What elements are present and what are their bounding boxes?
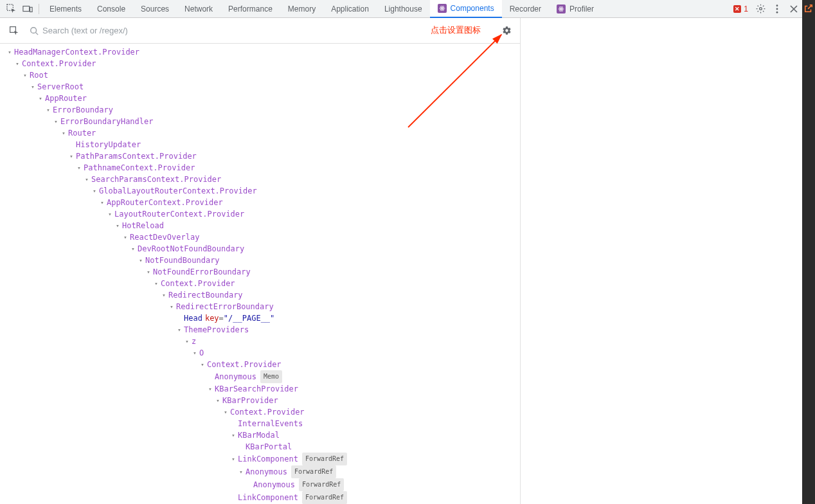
tree-node[interactable]: KBarPortal (0, 441, 520, 453)
tab-sources[interactable]: Sources (133, 0, 177, 18)
tree-node[interactable]: ▾AppRouterContext.Provider (0, 197, 520, 208)
tree-node[interactable]: HistoryUpdater (0, 139, 520, 150)
expand-arrow-icon[interactable]: ▾ (99, 197, 105, 208)
expand-arrow-icon[interactable]: ▾ (192, 347, 198, 359)
tree-node[interactable]: ▾Context.Provider (0, 406, 520, 418)
expand-arrow-icon[interactable]: ▾ (68, 150, 75, 162)
tree-node[interactable]: ▾GlobalLayoutRouterContext.Provider (0, 185, 520, 197)
tree-node[interactable]: ▾AnonymousForwardRef (0, 465, 520, 478)
component-name: Context.Provider (161, 278, 235, 289)
expand-arrow-icon[interactable]: ▾ (145, 266, 152, 278)
tree-node[interactable]: ▾PathParamsContext.Provider (0, 150, 520, 162)
tree-node[interactable]: ▾O (0, 347, 520, 359)
tree-node[interactable]: ▾ErrorBoundaryHandler (0, 116, 520, 127)
expand-arrow-icon[interactable]: ▾ (6, 46, 13, 58)
search-wrap (23, 26, 495, 35)
expand-arrow-icon[interactable]: ▾ (238, 466, 244, 478)
tab-profiler[interactable]: Profiler (549, 0, 602, 18)
search-icon (30, 26, 39, 35)
expand-arrow-icon[interactable]: ▾ (138, 255, 144, 266)
svg-rect-1 (23, 6, 30, 11)
expand-arrow-icon[interactable]: ▾ (161, 289, 167, 301)
expand-arrow-icon[interactable]: ▾ (230, 429, 237, 441)
tab-network[interactable]: Network (177, 0, 220, 18)
tree-node[interactable]: ▾KBarSearchProvider (0, 383, 520, 395)
tab-elements[interactable]: Elements (42, 0, 89, 18)
expand-arrow-icon[interactable]: ▾ (30, 81, 36, 93)
svg-point-12 (776, 4, 778, 6)
settings-gear-icon[interactable] (497, 22, 515, 40)
expand-arrow-icon[interactable]: ▾ (22, 69, 28, 81)
tree-node[interactable]: ▾z (0, 336, 520, 347)
expand-arrow-icon[interactable]: ▾ (37, 93, 44, 104)
tree-node[interactable]: ▾Context.Provider (0, 58, 520, 69)
select-element-icon[interactable] (5, 22, 23, 40)
tab-lighthouse[interactable]: Lighthouse (377, 0, 430, 18)
tab-application[interactable]: Application (323, 0, 377, 18)
tab-memory[interactable]: Memory (280, 0, 323, 18)
tree-node[interactable]: ▾DevRootNotFoundBoundary (0, 243, 520, 255)
tree-node[interactable]: ▾ThemeProviders (0, 324, 520, 336)
component-tree[interactable]: ▾HeadManagerContext.Provider▾Context.Pro… (0, 44, 520, 504)
tree-node[interactable]: ▾RedirectErrorBoundary (0, 301, 520, 312)
expand-arrow-icon[interactable]: ▾ (215, 395, 221, 406)
expand-arrow-icon[interactable]: ▾ (53, 116, 59, 127)
expand-arrow-icon[interactable]: ▾ (91, 185, 98, 197)
expand-arrow-icon[interactable]: ▾ (114, 220, 121, 231)
tree-node[interactable]: ▾Context.Provider (0, 359, 520, 370)
tree-node[interactable]: ▾Context.Provider (0, 278, 520, 289)
tab-components[interactable]: Components (430, 0, 502, 18)
error-count-badge[interactable]: ✕ 1 (730, 4, 752, 14)
expand-arrow-icon[interactable]: ▾ (222, 406, 229, 418)
tree-node[interactable]: ▾ErrorBoundary (0, 104, 520, 116)
tree-node[interactable]: ▾PathnameContext.Provider (0, 162, 520, 174)
tab-performance[interactable]: Performance (220, 0, 280, 18)
expand-arrow-icon[interactable]: ▾ (230, 453, 237, 465)
search-input[interactable] (42, 26, 495, 35)
ext-icon[interactable] (804, 4, 813, 15)
expand-arrow-icon[interactable]: ▾ (122, 231, 129, 243)
close-devtools-icon[interactable] (785, 1, 802, 17)
tree-node[interactable]: ▾NotFoundBoundary (0, 255, 520, 266)
expand-arrow-icon[interactable]: ▾ (153, 278, 159, 289)
tree-node[interactable]: ▾Root (0, 69, 520, 81)
tree-node[interactable]: Headkey="/__PAGE__" (0, 312, 520, 324)
tree-node[interactable]: InternalEvents (0, 418, 520, 429)
tree-node[interactable]: ▾ServerRoot (0, 81, 520, 93)
devtools-settings-icon[interactable] (752, 1, 769, 17)
tree-node[interactable]: ▾LayoutRouterContext.Provider (0, 208, 520, 220)
device-toolbar-icon[interactable] (19, 1, 36, 17)
expand-arrow-icon[interactable]: ▾ (76, 162, 82, 174)
expand-arrow-icon[interactable]: ▾ (199, 359, 206, 370)
expand-arrow-icon[interactable]: ▾ (207, 383, 213, 395)
expand-arrow-icon[interactable]: ▾ (184, 336, 190, 347)
tree-node[interactable]: ▾KBarProvider (0, 395, 520, 406)
tree-node[interactable]: ▾NotFoundErrorBoundary (0, 266, 520, 278)
tree-node[interactable]: AnonymousMemo (0, 370, 520, 383)
tree-node[interactable]: AnonymousForwardRef (0, 478, 520, 491)
tree-node[interactable]: ▾RedirectBoundary (0, 289, 520, 301)
component-name: DevRootNotFoundBoundary (138, 243, 244, 255)
expand-arrow-icon[interactable]: ▾ (176, 324, 183, 336)
tree-node[interactable]: ▾LinkComponentForwardRef (0, 453, 520, 465)
inspect-element-icon[interactable] (3, 1, 19, 17)
tab-console[interactable]: Console (89, 0, 133, 18)
tree-node[interactable]: ▾HeadManagerContext.Provider (0, 46, 520, 58)
expand-arrow-icon[interactable]: ▾ (107, 208, 113, 220)
expand-arrow-icon[interactable]: ▾ (84, 174, 90, 185)
expand-arrow-icon[interactable]: ▾ (45, 104, 51, 116)
expand-arrow-icon[interactable]: ▾ (130, 243, 136, 255)
tree-node[interactable]: LinkComponentForwardRef (0, 491, 520, 504)
tab-recorder[interactable]: Recorder (502, 0, 549, 18)
more-icon[interactable] (769, 1, 785, 17)
expand-arrow-icon[interactable]: ▾ (60, 127, 67, 139)
tree-node[interactable]: ▾SearchParamsContext.Provider (0, 174, 520, 185)
tree-node[interactable]: ▾HotReload (0, 220, 520, 231)
expand-arrow-icon[interactable]: ▾ (168, 301, 175, 312)
tree-node[interactable]: ▾Router (0, 127, 520, 139)
tree-node[interactable]: ▾AppRouter (0, 93, 520, 104)
tree-node[interactable]: ▾KBarModal (0, 429, 520, 441)
expand-arrow-icon[interactable]: ▾ (14, 58, 21, 69)
component-name: KBarPortal (246, 441, 292, 453)
tree-node[interactable]: ▾ReactDevOverlay (0, 231, 520, 243)
